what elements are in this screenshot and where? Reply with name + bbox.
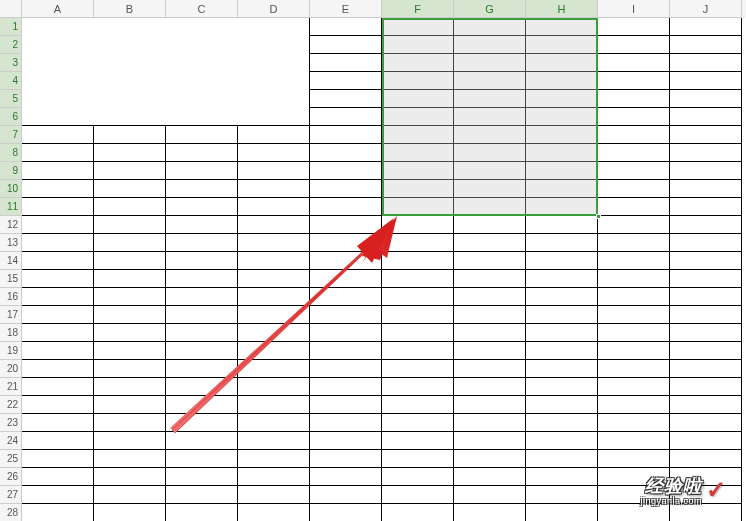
cell-H21[interactable] [526, 378, 598, 396]
cell-D13[interactable] [238, 234, 310, 252]
cell-A10[interactable] [22, 180, 94, 198]
cell-J1[interactable] [670, 18, 742, 36]
cell-E27[interactable] [310, 486, 382, 504]
cell-C12[interactable] [166, 216, 238, 234]
col-header-A[interactable]: A [22, 0, 94, 18]
cell-B17[interactable] [94, 306, 166, 324]
cell-D20[interactable] [238, 360, 310, 378]
cell-J12[interactable] [670, 216, 742, 234]
cell-B2[interactable] [94, 36, 166, 54]
cell-I18[interactable] [598, 324, 670, 342]
cell-B9[interactable] [94, 162, 166, 180]
col-header-B[interactable]: B [94, 0, 166, 18]
cell-H14[interactable] [526, 252, 598, 270]
cell-E8[interactable] [310, 144, 382, 162]
cell-F20[interactable] [382, 360, 454, 378]
cell-F11[interactable] [382, 198, 454, 216]
cell-G20[interactable] [454, 360, 526, 378]
cell-C14[interactable] [166, 252, 238, 270]
cell-C1[interactable] [166, 18, 238, 36]
cell-H17[interactable] [526, 306, 598, 324]
cell-I2[interactable] [598, 36, 670, 54]
cell-I6[interactable] [598, 108, 670, 126]
cell-C25[interactable] [166, 450, 238, 468]
row-header-21[interactable]: 21 [0, 378, 22, 396]
col-header-C[interactable]: C [166, 0, 238, 18]
cell-I28[interactable] [598, 504, 670, 521]
cell-C19[interactable] [166, 342, 238, 360]
cell-D15[interactable] [238, 270, 310, 288]
cell-C23[interactable] [166, 414, 238, 432]
cell-G13[interactable] [454, 234, 526, 252]
cell-I8[interactable] [598, 144, 670, 162]
cell-A20[interactable] [22, 360, 94, 378]
col-header-F[interactable]: F [382, 0, 454, 18]
cell-E11[interactable] [310, 198, 382, 216]
cell-E9[interactable] [310, 162, 382, 180]
cell-D24[interactable] [238, 432, 310, 450]
row-header-20[interactable]: 20 [0, 360, 22, 378]
cell-I12[interactable] [598, 216, 670, 234]
cell-H7[interactable] [526, 126, 598, 144]
cell-J14[interactable] [670, 252, 742, 270]
cell-E12[interactable] [310, 216, 382, 234]
cell-H25[interactable] [526, 450, 598, 468]
cell-E14[interactable] [310, 252, 382, 270]
cell-B24[interactable] [94, 432, 166, 450]
cell-E28[interactable] [310, 504, 382, 521]
cell-E23[interactable] [310, 414, 382, 432]
cell-E1[interactable] [310, 18, 382, 36]
row-header-15[interactable]: 15 [0, 270, 22, 288]
cell-E26[interactable] [310, 468, 382, 486]
cell-E22[interactable] [310, 396, 382, 414]
cell-I19[interactable] [598, 342, 670, 360]
cell-D10[interactable] [238, 180, 310, 198]
cell-J20[interactable] [670, 360, 742, 378]
cell-I1[interactable] [598, 18, 670, 36]
cell-C10[interactable] [166, 180, 238, 198]
row-header-12[interactable]: 12 [0, 216, 22, 234]
cell-B4[interactable] [94, 72, 166, 90]
cell-A3[interactable] [22, 54, 94, 72]
row-header-7[interactable]: 7 [0, 126, 22, 144]
cell-A9[interactable] [22, 162, 94, 180]
cell-G22[interactable] [454, 396, 526, 414]
cell-J19[interactable] [670, 342, 742, 360]
cell-G18[interactable] [454, 324, 526, 342]
cell-J2[interactable] [670, 36, 742, 54]
cell-D4[interactable] [238, 72, 310, 90]
row-header-10[interactable]: 10 [0, 180, 22, 198]
cell-D18[interactable] [238, 324, 310, 342]
cell-F1[interactable] [382, 18, 454, 36]
cell-C5[interactable] [166, 90, 238, 108]
cell-E20[interactable] [310, 360, 382, 378]
cell-C24[interactable] [166, 432, 238, 450]
cell-D25[interactable] [238, 450, 310, 468]
cell-I10[interactable] [598, 180, 670, 198]
cell-I17[interactable] [598, 306, 670, 324]
cell-G24[interactable] [454, 432, 526, 450]
row-header-18[interactable]: 18 [0, 324, 22, 342]
cell-A19[interactable] [22, 342, 94, 360]
cell-J24[interactable] [670, 432, 742, 450]
cell-H5[interactable] [526, 90, 598, 108]
cell-E5[interactable] [310, 90, 382, 108]
cell-H2[interactable] [526, 36, 598, 54]
cell-D21[interactable] [238, 378, 310, 396]
cell-I24[interactable] [598, 432, 670, 450]
cell-B8[interactable] [94, 144, 166, 162]
cell-D28[interactable] [238, 504, 310, 521]
cell-F5[interactable] [382, 90, 454, 108]
col-header-I[interactable]: I [598, 0, 670, 18]
cell-G19[interactable] [454, 342, 526, 360]
cell-F25[interactable] [382, 450, 454, 468]
cell-H18[interactable] [526, 324, 598, 342]
cell-G9[interactable] [454, 162, 526, 180]
cell-G17[interactable] [454, 306, 526, 324]
cell-G26[interactable] [454, 468, 526, 486]
cell-G6[interactable] [454, 108, 526, 126]
cell-J28[interactable] [670, 504, 742, 521]
cell-J11[interactable] [670, 198, 742, 216]
cell-A23[interactable] [22, 414, 94, 432]
row-header-2[interactable]: 2 [0, 36, 22, 54]
